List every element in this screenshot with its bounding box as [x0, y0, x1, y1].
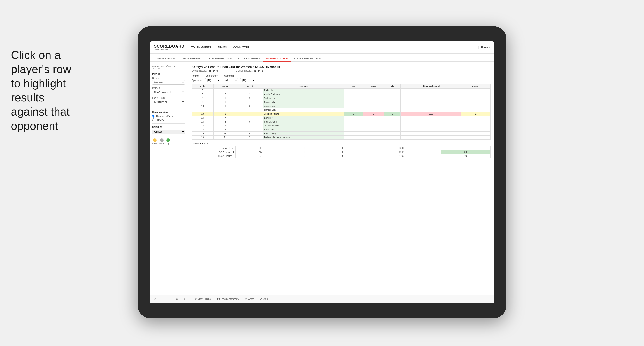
table-row[interactable]: 20 11 7 Federica Domecq Lacroze	[192, 136, 490, 140]
opponent-filter-select[interactable]: (All)	[240, 78, 256, 82]
tab-team-h2h-grid[interactable]: TEAM H2H GRID	[180, 55, 204, 62]
tablet-screen: SCOREBOARD Powered by clippd TOURNAMENTS…	[150, 41, 494, 303]
save-custom-view-btn[interactable]: 💾 Save Custom View	[216, 297, 240, 301]
player-rank-select[interactable]: 8. Katelyn Vo	[152, 100, 185, 104]
gender-label: Gender	[152, 77, 185, 79]
table-row[interactable]: 14 7 4 Eunice Yi	[192, 116, 490, 120]
undo-btn[interactable]: ↩	[153, 297, 157, 301]
player-section-title: Player	[152, 72, 185, 75]
division-record-label: Division Record: 331 · 34 · 6	[227, 70, 263, 72]
table-row[interactable]: 5 2 2 Alexis Sudjianto	[192, 92, 490, 96]
tab-player-h2h-heatmap[interactable]: PLAYER H2H HEATMAP	[291, 55, 324, 62]
col-diff: Diff Av Strokes/Rnd	[400, 84, 461, 89]
logo-sub: Powered by clippd	[154, 49, 184, 51]
main-content: Last Updated: 27/03/2024 16:55:38 Player…	[150, 62, 494, 295]
filter-opponent: Opponent	[224, 75, 234, 77]
col-tie: Tie	[384, 84, 400, 89]
tab-player-h2h-grid[interactable]: PLAYER H2H GRID	[263, 55, 291, 62]
player-rank-label: Player (Rank)	[152, 97, 185, 99]
table-row[interactable]: 19 10 6 Emily Chang	[192, 132, 490, 136]
tab-team-h2h-heatmap[interactable]: TEAM H2H HEATMAP	[204, 55, 235, 62]
filters-row: Region Conference Opponent	[192, 75, 490, 77]
watch-btn[interactable]: 👁 Watch	[244, 297, 256, 301]
table-row[interactable]: 15 8 5 Stella Cheng	[192, 120, 490, 124]
col-win: Win	[344, 84, 363, 89]
tablet-device: SCOREBOARD Powered by clippd TOURNAMENTS…	[138, 26, 506, 318]
records-row: Overall Record: 353 · 34 · 6 Division Re…	[192, 70, 490, 72]
last-updated: Last Updated: 27/03/2024 16:55:38	[152, 65, 185, 70]
opponents-filter-label: Opponents:	[192, 79, 203, 82]
logo-area: SCOREBOARD Powered by clippd	[154, 44, 184, 51]
table-row[interactable]: 3 1 Esther Lee	[192, 89, 490, 92]
out-of-division-label: Out of division	[192, 142, 490, 145]
sidebar: Last Updated: 27/03/2024 16:55:38 Player…	[150, 62, 188, 295]
radio-top100[interactable]: Top 100	[152, 118, 185, 121]
sub-nav: TEAM SUMMARY TEAM H2H GRID TEAM H2H HEAT…	[150, 54, 494, 62]
table-row[interactable]: NCAA Division 2 5 0 0 7.400 10	[192, 154, 490, 158]
colour-by-label: Colour by	[152, 126, 185, 128]
legend-down: Down	[152, 139, 157, 145]
conference-filter-select[interactable]: (All)	[223, 78, 238, 82]
opponent-view-label: Opponent view	[152, 111, 185, 113]
tab-player-summary[interactable]: PLAYER SUMMARY	[235, 55, 263, 62]
opponents-filter-row: Opponents: (All) (All) (All)	[192, 78, 490, 82]
view-original-btn[interactable]: 👁 View: Original	[194, 297, 213, 301]
col-div: # Div	[192, 84, 214, 89]
page-title: Katelyn Vo Head-to-Head Grid for Women's…	[192, 65, 490, 69]
nav-tournaments[interactable]: TOURNAMENTS	[191, 45, 211, 50]
save-icon: 💾	[217, 298, 220, 300]
nav-teams[interactable]: TEAMS	[218, 45, 226, 50]
copy-btn[interactable]: ⧉	[175, 297, 179, 301]
division-label: Division	[152, 87, 185, 89]
table-row[interactable]: Haeju Hyun	[192, 108, 490, 112]
redo-btn[interactable]: ↪	[160, 297, 165, 301]
col-opponent: Opponent	[262, 84, 344, 89]
legend-row: Down Level Up	[152, 139, 185, 145]
out-of-division-table: Foreign Team 1 0 0 4.500 2 NAIA Division…	[192, 146, 490, 158]
nav-committee[interactable]: COMMITTEE	[233, 45, 249, 50]
table-row[interactable]: 18 2 2 Euna Lee	[192, 128, 490, 132]
col-rounds: Rounds	[461, 84, 490, 89]
instruction-text: Click on a player's row to highlight res…	[11, 48, 72, 133]
legend-up: Up	[166, 139, 170, 145]
col-reg: # Reg	[214, 84, 237, 89]
col-conf: # Conf	[237, 84, 263, 89]
refresh-btn[interactable]: ↺	[182, 297, 187, 301]
watch-icon: 👁	[245, 298, 247, 300]
table-row[interactable]: NAIA Division 1 15 0 0 9.267 30	[192, 150, 490, 154]
tab-team-summary[interactable]: TEAM SUMMARY	[154, 55, 180, 62]
nav-back-btn[interactable]: ⟨	[168, 297, 172, 301]
col-loss: Loss	[363, 84, 384, 89]
region-filter-select[interactable]: (All)	[205, 78, 220, 82]
filter-conference: Conference	[206, 75, 218, 77]
table-row[interactable]: 6 1 3 Sydney Kuo	[192, 96, 490, 100]
division-select[interactable]: NCAA Division III	[152, 90, 185, 94]
table-row[interactable]: Foreign Team 1 0 0 4.500 2	[192, 146, 490, 150]
nav-links: TOURNAMENTS TEAMS COMMITTEE	[191, 45, 478, 50]
gender-select[interactable]: Women's	[152, 80, 185, 85]
colour-by-select[interactable]: Win/loss	[152, 130, 185, 134]
radio-opponents-played[interactable]: Opponents Played	[152, 115, 185, 118]
table-row[interactable]: 10 6 3 Andrea York	[192, 104, 490, 108]
content-area: Katelyn Vo Head-to-Head Grid for Women's…	[188, 62, 494, 295]
top-nav: SCOREBOARD Powered by clippd TOURNAMENTS…	[150, 41, 494, 54]
share-icon: ↗	[260, 298, 262, 300]
overall-record-label: Overall Record: 353 · 34 · 6	[192, 70, 218, 72]
share-btn[interactable]: ↗ Share	[259, 297, 270, 301]
sign-out-link[interactable]: Sign out	[480, 46, 490, 49]
table-row-highlighted[interactable]: 13 1 Jessica Huang 0 1 0 -3.00 2	[192, 112, 490, 116]
filter-region: Region	[192, 75, 199, 77]
logo-text: SCOREBOARD	[154, 44, 184, 49]
h2h-table: # Div # Reg # Conf Opponent Win Loss Tie…	[192, 84, 490, 140]
toolbar-sep-1	[190, 297, 190, 301]
table-row[interactable]: 16 9 1 Jessica Mason	[192, 124, 490, 128]
legend-level: Level	[159, 139, 164, 145]
table-row[interactable]: 9 1 4 Sharon Mun	[192, 100, 490, 104]
bottom-toolbar: ↩ ↪ ⟨ ⧉ ↺ 👁 View: Original 💾 Save Custom…	[150, 295, 494, 303]
eye-icon: 👁	[195, 298, 197, 300]
